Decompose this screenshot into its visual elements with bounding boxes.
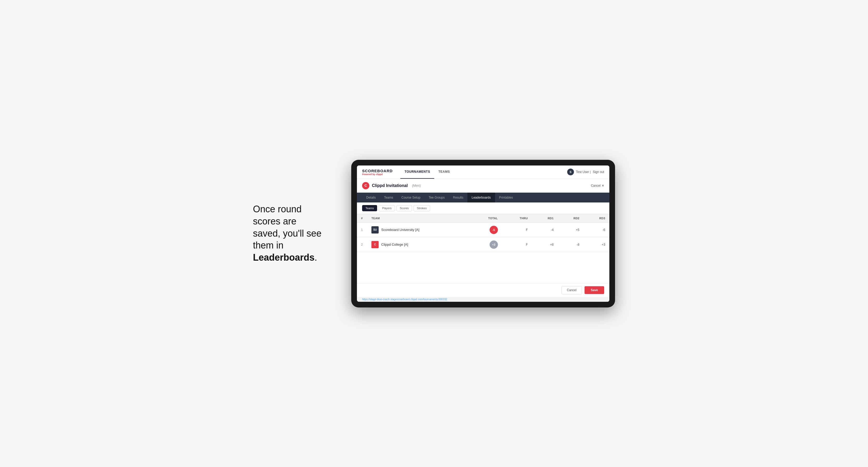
content-spacer bbox=[357, 252, 609, 283]
sub-tab-teams[interactable]: Teams bbox=[380, 193, 397, 203]
nav-tab-teams[interactable]: TEAMS bbox=[434, 165, 454, 179]
cell-rd2: +5 bbox=[558, 222, 584, 237]
cell-team: SUScoreboard University [A] bbox=[367, 222, 469, 237]
left-text-line2: scores are bbox=[253, 216, 297, 226]
top-nav: SCOREBOARD Powered by clippd TOURNAMENTS… bbox=[357, 165, 609, 179]
status-bar: https://stage-blue-coach.stagescoarboard… bbox=[357, 297, 609, 302]
table-row: 1SUScoreboard University [A]-5F-4+5-6 bbox=[357, 222, 609, 237]
status-url: https://stage-blue-coach.stagescoarboard… bbox=[362, 298, 447, 301]
tablet-device: SCOREBOARD Powered by clippd TOURNAMENTS… bbox=[351, 160, 615, 307]
logo-scoreboard: SCOREBOARD bbox=[362, 168, 393, 173]
col-header-thru: THRU bbox=[502, 214, 532, 223]
tournament-icon: C bbox=[362, 182, 369, 189]
sub-tab-leaderboards[interactable]: Leaderboards bbox=[467, 193, 495, 203]
col-header-rank: # bbox=[357, 214, 367, 223]
left-text-line4: them in bbox=[253, 240, 283, 251]
nav-tabs: TOURNAMENTS TEAMS bbox=[400, 165, 454, 179]
footer-bar: Cancel Save bbox=[357, 283, 609, 297]
tablet-screen: SCOREBOARD Powered by clippd TOURNAMENTS… bbox=[357, 165, 609, 302]
sub-tab-course-setup[interactable]: Course Setup bbox=[397, 193, 425, 203]
cell-rd2: -8 bbox=[558, 237, 584, 252]
score-badge: +3 bbox=[490, 241, 498, 249]
cell-rank: 1 bbox=[357, 222, 367, 237]
filter-strokes-button[interactable]: Strokes bbox=[413, 205, 430, 211]
col-header-total: TOTAL bbox=[469, 214, 502, 223]
col-header-rd2: RD2 bbox=[558, 214, 584, 223]
filter-teams-button[interactable]: Teams bbox=[362, 205, 377, 211]
table-row: 2CClippd College [A]+3F+8-8+3 bbox=[357, 237, 609, 252]
cell-rd1: -4 bbox=[532, 222, 558, 237]
tournament-title-area: C Clippd Invitational (Men) bbox=[362, 182, 421, 189]
sub-tab-details[interactable]: Details bbox=[362, 193, 380, 203]
team-name: Clippd College [A] bbox=[381, 243, 408, 246]
nav-right: S Test User | Sign out bbox=[567, 168, 604, 175]
team-logo: SU bbox=[371, 226, 379, 234]
score-badge: -5 bbox=[490, 226, 498, 234]
logo-area: SCOREBOARD Powered by clippd bbox=[362, 168, 393, 176]
cell-rd1: +8 bbox=[532, 237, 558, 252]
tournament-title: Clippd Invitational bbox=[372, 183, 408, 188]
tournament-subtitle: (Men) bbox=[412, 184, 421, 187]
sign-out-link[interactable]: Sign out bbox=[593, 170, 604, 174]
tournament-cancel-button[interactable]: Cancel ✕ bbox=[591, 184, 604, 187]
sub-tab-printables[interactable]: Printables bbox=[495, 193, 517, 203]
tournament-header: C Clippd Invitational (Men) Cancel ✕ bbox=[357, 179, 609, 193]
cell-thru: F bbox=[502, 237, 532, 252]
filter-players-button[interactable]: Players bbox=[379, 205, 395, 211]
col-header-rd3: RD3 bbox=[584, 214, 609, 223]
close-icon: ✕ bbox=[601, 184, 604, 187]
team-name: Scoreboard University [A] bbox=[381, 228, 419, 232]
user-name: Test User | bbox=[576, 170, 591, 174]
leaderboard-table: # TEAM TOTAL THRU RD1 RD2 RD3 1SUScorebo… bbox=[357, 214, 609, 252]
cell-rd3: +3 bbox=[584, 237, 609, 252]
col-header-rd1: RD1 bbox=[532, 214, 558, 223]
left-text-period: . bbox=[314, 252, 317, 263]
footer-save-button[interactable]: Save bbox=[585, 286, 604, 294]
sub-tabs: Details Teams Course Setup Tee Groups Re… bbox=[357, 193, 609, 203]
sub-tab-tee-groups[interactable]: Tee Groups bbox=[425, 193, 449, 203]
user-avatar: S bbox=[567, 168, 574, 175]
nav-tab-tournaments[interactable]: TOURNAMENTS bbox=[400, 165, 434, 179]
cell-total: -5 bbox=[469, 222, 502, 237]
left-text-line3: saved, you'll see bbox=[253, 228, 321, 239]
footer-cancel-button[interactable]: Cancel bbox=[561, 286, 582, 294]
left-description: Once round scores are saved, you'll see … bbox=[253, 203, 336, 264]
filter-scores-button[interactable]: Scores bbox=[397, 205, 412, 211]
cell-rd3: -6 bbox=[584, 222, 609, 237]
left-text-line1: Once round bbox=[253, 204, 302, 214]
cell-team: CClippd College [A] bbox=[367, 237, 469, 252]
col-header-team: TEAM bbox=[367, 214, 469, 223]
cell-thru: F bbox=[502, 222, 532, 237]
team-logo: C bbox=[371, 241, 379, 248]
clippd-text: clippd bbox=[376, 173, 383, 176]
cell-total: +3 bbox=[469, 237, 502, 252]
logo-powered-text: Powered by clippd bbox=[362, 173, 393, 176]
sub-tab-results[interactable]: Results bbox=[449, 193, 467, 203]
filter-row: Teams Players Scores Strokes bbox=[357, 203, 609, 214]
left-text-bold: Leaderboards bbox=[253, 252, 314, 263]
cell-rank: 2 bbox=[357, 237, 367, 252]
